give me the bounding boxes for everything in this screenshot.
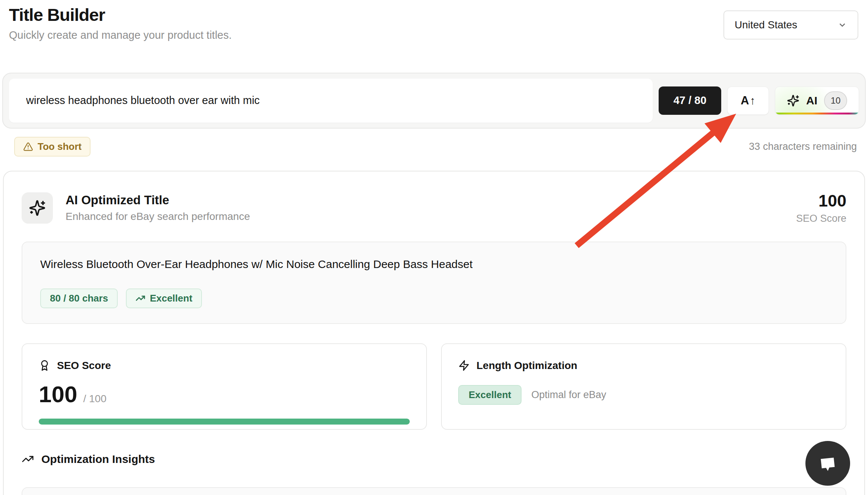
result-card-subtitle: Enhanced for eBay search performance [66, 211, 250, 223]
seo-card-value: 100 [39, 383, 77, 406]
length-card-header: Length Optimization [458, 360, 829, 372]
ai-credits-badge: 10 [824, 91, 847, 110]
result-card-title: AI Optimized Title [66, 193, 250, 207]
trending-up-icon [22, 453, 34, 465]
capitalize-letter: A [741, 94, 749, 107]
length-card-title: Length Optimization [476, 360, 577, 372]
quality-badge-label: Excellent [150, 293, 192, 304]
sparkles-icon [787, 94, 799, 107]
region-select-value: United States [735, 19, 797, 31]
seo-score-card: SEO Score 100 / 100 [22, 343, 427, 430]
sparkles-icon-box [22, 192, 53, 224]
length-status-badge: Excellent [458, 385, 522, 405]
length-status-row: Excellent Optimal for eBay [458, 385, 829, 405]
title-input[interactable] [9, 79, 653, 123]
chevron-down-icon [837, 20, 847, 30]
result-card-header: AI Optimized Title Enhanced for eBay sea… [22, 192, 846, 224]
insights-header: Optimization Insights [22, 453, 846, 466]
quality-badge: Excellent [126, 289, 202, 308]
region-select[interactable]: United States [723, 10, 858, 40]
char-count-badge: 80 / 80 chars [40, 289, 118, 308]
ai-button-gradient [775, 113, 859, 114]
seo-score-value: 100 [796, 192, 846, 209]
seo-card-title: SEO Score [57, 360, 111, 372]
seo-progress-track [39, 419, 410, 425]
title-input-section: 47 / 80 A↑ AI 10 [2, 73, 866, 129]
header-text: Title Builder Quickly create and manage … [9, 5, 232, 41]
page-title: Title Builder [9, 5, 232, 25]
arrow-up-icon: ↑ [750, 94, 755, 107]
chat-button[interactable] [805, 441, 850, 486]
seo-card-header: SEO Score [39, 360, 410, 372]
seo-card-max: / 100 [83, 393, 106, 405]
trending-up-icon [136, 293, 145, 303]
chars-remaining-text: 33 characters remaining [749, 141, 857, 152]
page-header: Title Builder Quickly create and manage … [0, 0, 868, 41]
seo-progress-fill [39, 419, 410, 425]
status-row: Too short 33 characters remaining [14, 137, 857, 157]
ai-button-label: AI [806, 94, 817, 107]
seo-score-label: SEO Score [796, 213, 846, 224]
page-subtitle: Quickly create and manage your product t… [9, 29, 232, 41]
ai-result-card: AI Optimized Title Enhanced for eBay sea… [3, 171, 865, 495]
insights-title: Optimization Insights [41, 453, 155, 466]
result-card-header-left: AI Optimized Title Enhanced for eBay sea… [22, 192, 250, 224]
title-badge-row: 80 / 80 chars Excellent [40, 289, 828, 308]
char-counter-badge: 47 / 80 [659, 86, 721, 115]
chat-bubble-icon [816, 452, 839, 475]
ai-optimize-button[interactable]: AI 10 [775, 86, 859, 115]
award-icon [39, 360, 50, 371]
seo-number-row: 100 / 100 [39, 383, 410, 406]
optimized-title-text: Wireless Bluetooth Over-Ear Headphones w… [40, 258, 828, 271]
too-short-label: Too short [38, 141, 82, 152]
title-builder-page: Title Builder Quickly create and manage … [0, 0, 868, 495]
optimized-title-box: Wireless Bluetooth Over-Ear Headphones w… [22, 242, 846, 324]
sparkles-icon [29, 199, 46, 217]
too-short-badge: Too short [14, 137, 91, 157]
length-status-note: Optimal for eBay [531, 389, 606, 401]
capitalize-button[interactable]: A↑ [727, 86, 769, 115]
metrics-grid: SEO Score 100 / 100 Length Optimization [22, 343, 846, 430]
zap-icon [458, 360, 470, 371]
length-optimization-card: Length Optimization Excellent Optimal fo… [441, 343, 846, 430]
warning-icon [23, 142, 33, 152]
seo-score-summary: 100 SEO Score [796, 192, 846, 224]
result-card-titles: AI Optimized Title Enhanced for eBay sea… [66, 193, 250, 223]
insight-item: The title was improved by adding more sp… [22, 487, 846, 495]
